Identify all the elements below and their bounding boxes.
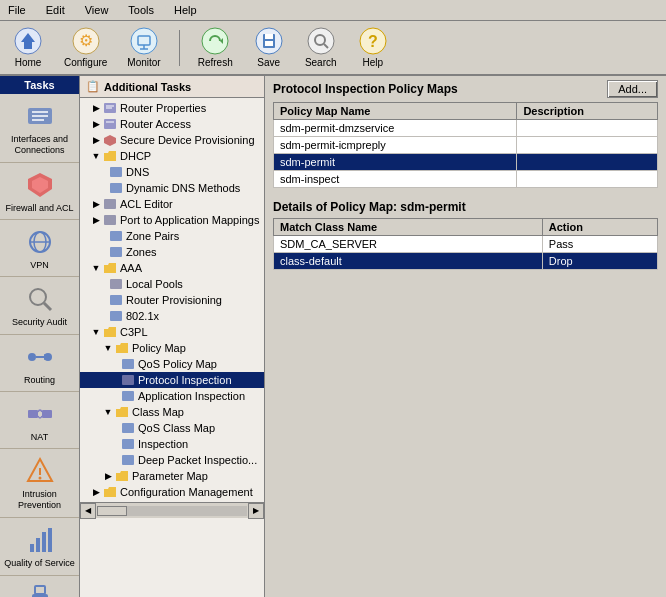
tree-item-app-inspection[interactable]: Application Inspection [80, 388, 264, 404]
menu-tools[interactable]: Tools [124, 2, 158, 18]
home-icon [14, 27, 42, 55]
sidebar-item-qos[interactable]: Quality of Service [0, 518, 79, 576]
tree-item-protocol-inspection[interactable]: Protocol Inspection [80, 372, 264, 388]
tree-item-zones[interactable]: Zones [80, 244, 264, 260]
tree-toggle-config-mgmt: ▶ [90, 487, 102, 497]
tree-item-router-access[interactable]: ▶ Router Access [80, 116, 264, 132]
action-cell: Drop [542, 253, 657, 270]
tree-item-qos-policy-map[interactable]: QoS Policy Map [80, 356, 264, 372]
tree-toggle-secure: ▶ [90, 135, 102, 145]
table-row[interactable]: sdm-permit-dmzservice [274, 120, 658, 137]
svg-rect-35 [42, 410, 52, 418]
search-button[interactable]: Search [299, 25, 343, 70]
parameter-map-icon [114, 469, 130, 483]
scroll-right-btn[interactable]: ▶ [248, 503, 264, 519]
tree-item-dns[interactable]: DNS [80, 164, 264, 180]
scroll-left-btn[interactable]: ◀ [80, 503, 96, 519]
svg-rect-64 [122, 359, 134, 369]
tree-item-qos-class-map[interactable]: QoS Class Map [80, 420, 264, 436]
sidebar-item-routing[interactable]: Routing [0, 335, 79, 392]
class-map-folder-icon [114, 405, 130, 419]
deep-packet-icon [120, 453, 136, 467]
tasks-scrollbar[interactable]: ◀ ▶ [80, 502, 264, 518]
details-table: Match Class Name Action SDM_CA_SERVER Pa… [273, 218, 658, 270]
save-icon [255, 27, 283, 55]
tree-item-local-pools[interactable]: Local Pools [80, 276, 264, 292]
menu-file[interactable]: File [4, 2, 30, 18]
svg-point-38 [38, 477, 41, 480]
save-button[interactable]: Save [247, 25, 291, 70]
tree-item-aaa[interactable]: ▼ AAA [80, 260, 264, 276]
svg-rect-13 [265, 41, 273, 46]
tree-item-c3pl[interactable]: ▼ C3PL [80, 324, 264, 340]
tree-item-dynamic-dns[interactable]: Dynamic DNS Methods [80, 180, 264, 196]
svg-rect-57 [104, 199, 116, 209]
tree-item-secure-device[interactable]: ▶ Secure Device Provisioning [80, 132, 264, 148]
svg-rect-55 [110, 167, 122, 177]
table-row-selected[interactable]: sdm-permit [274, 154, 658, 171]
svg-point-4 [131, 28, 157, 54]
scroll-track[interactable] [97, 506, 247, 516]
svg-rect-41 [42, 532, 46, 552]
help-button[interactable]: ? Help [351, 25, 395, 70]
tree-toggle-policy-map: ▼ [102, 343, 114, 353]
secure-device-label: Secure Device Provisioning [120, 134, 255, 146]
policy-map-name-cell: sdm-permit [274, 154, 517, 171]
sidebar-item-nac[interactable]: NAC [0, 576, 79, 597]
scroll-thumb[interactable] [97, 506, 127, 516]
sidebar-item-firewall[interactable]: Firewall and ACL [0, 163, 79, 221]
tree-item-config-mgmt[interactable]: ▶ Configuration Management [80, 484, 264, 500]
sidebar-item-nat[interactable]: NAT [0, 392, 79, 449]
tasks-panel-title: Additional Tasks [104, 81, 191, 93]
home-button[interactable]: Home [6, 25, 50, 70]
deep-packet-label: Deep Packet Inspectio... [138, 454, 257, 466]
help-icon: ? [359, 27, 387, 55]
tree-toggle-c3pl: ▼ [90, 327, 102, 337]
details-table-row[interactable]: SDM_CA_SERVER Pass [274, 236, 658, 253]
menu-view[interactable]: View [81, 2, 113, 18]
svg-rect-34 [28, 410, 38, 418]
tree-item-policy-map[interactable]: ▼ Policy Map [80, 340, 264, 356]
details-table-row-selected[interactable]: class-default Drop [274, 253, 658, 270]
svg-rect-67 [122, 423, 134, 433]
router-prov-label: Router Provisioning [126, 294, 222, 306]
tree-item-acl[interactable]: ▶ ACL Editor [80, 196, 264, 212]
table-row[interactable]: sdm-inspect [274, 171, 658, 188]
monitor-button[interactable]: Monitor [121, 25, 166, 70]
description-cell [517, 171, 658, 188]
tree-item-deep-packet[interactable]: Deep Packet Inspectio... [80, 452, 264, 468]
details-title: Details of Policy Map: sdm-permit [273, 200, 658, 214]
tree-item-port-app[interactable]: ▶ Port to Application Mappings [80, 212, 264, 228]
sidebar-item-security[interactable]: Security Audit [0, 277, 79, 335]
configure-button[interactable]: ⚙ Configure [58, 25, 113, 70]
sidebar-item-vpn[interactable]: VPN [0, 220, 79, 277]
protocol-inspection-icon [120, 373, 136, 387]
home-label: Home [15, 57, 42, 68]
menu-edit[interactable]: Edit [42, 2, 69, 18]
sidebar-item-intrusion[interactable]: Intrusion Prevention [0, 449, 79, 518]
app-inspection-icon [120, 389, 136, 403]
tree-item-router-prov[interactable]: Router Provisioning [80, 292, 264, 308]
firewall-icon [24, 169, 56, 201]
tree-item-8021x[interactable]: 802.1x [80, 308, 264, 324]
tree-toggle-class-map: ▼ [102, 407, 114, 417]
add-button[interactable]: Add... [607, 80, 658, 98]
dhcp-label: DHCP [120, 150, 151, 162]
menu-help[interactable]: Help [170, 2, 201, 18]
tree-item-dhcp[interactable]: ▼ DHCP [80, 148, 264, 164]
8021x-label: 802.1x [126, 310, 159, 322]
tree-item-parameter-map[interactable]: ▶ Parameter Map [80, 468, 264, 484]
acl-label: ACL Editor [120, 198, 173, 210]
tasks-panel-header: 📋 Additional Tasks [80, 76, 264, 98]
8021x-icon [108, 309, 124, 323]
tree-item-router-props[interactable]: ▶ Router Properties [80, 100, 264, 116]
sidebar-item-interfaces[interactable]: Interfaces andConnections [0, 94, 79, 163]
tree-toggle-port: ▶ [90, 215, 102, 225]
tree-item-class-map[interactable]: ▼ Class Map [80, 404, 264, 420]
tree-item-inspection[interactable]: Inspection [80, 436, 264, 452]
tree-container: ▶ Router Properties ▶ Router Access ▶ [80, 98, 264, 502]
zones-label: Zones [126, 246, 157, 258]
table-row[interactable]: sdm-permit-icmpreply [274, 137, 658, 154]
refresh-button[interactable]: Refresh [192, 25, 239, 70]
tree-item-zone-pairs[interactable]: Zone Pairs [80, 228, 264, 244]
